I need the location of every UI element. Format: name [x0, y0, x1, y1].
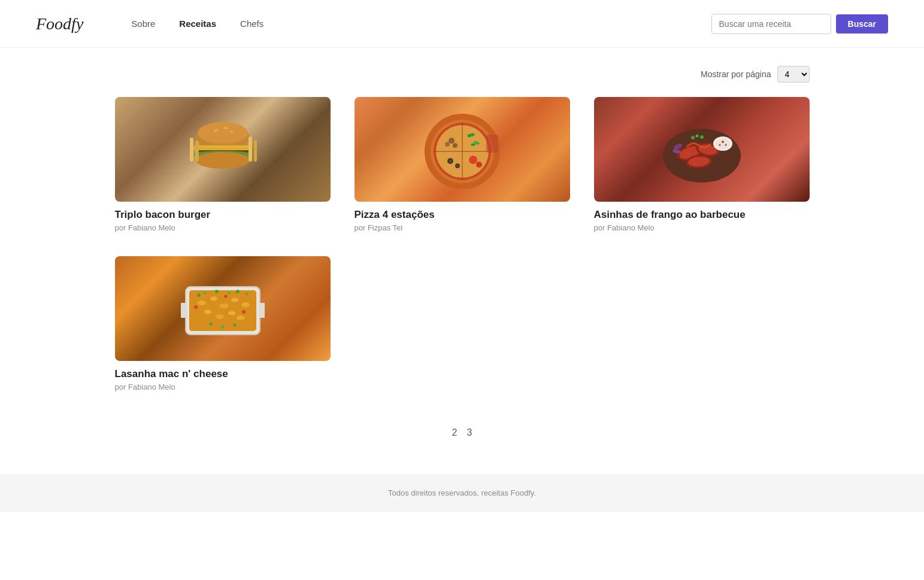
recipe-author-1: por Fizpas Tel [355, 223, 570, 232]
svg-point-48 [700, 135, 704, 139]
recipe-title-3: Lasanha mac n' cheese [115, 368, 331, 380]
svg-point-61 [204, 309, 211, 314]
recipe-image-3 [115, 256, 331, 361]
recipe-title-0: Triplo bacon burger [115, 209, 331, 221]
recipe-author-3: por Fabiano Melo [115, 382, 331, 391]
recipe-card-0[interactable]: Triplo bacon burger por Fabiano Melo [115, 97, 331, 232]
per-page-label: Mostrar por página [701, 69, 771, 79]
svg-rect-10 [195, 141, 199, 162]
svg-point-46 [691, 136, 695, 139]
svg-point-64 [237, 315, 245, 320]
svg-point-26 [449, 160, 452, 162]
recipe-card-1[interactable]: Pizza 4 estações por Fizpas Tel [355, 97, 570, 232]
per-page-control: Mostrar por página 4 8 12 [115, 66, 810, 83]
search-input[interactable] [711, 14, 831, 34]
recipe-image-2 [594, 97, 810, 202]
svg-rect-51 [181, 303, 187, 318]
svg-rect-12 [254, 140, 257, 162]
svg-point-40 [716, 138, 730, 149]
svg-point-21 [453, 143, 458, 148]
logo[interactable]: Foodfy [36, 14, 83, 34]
svg-point-65 [197, 293, 201, 297]
svg-point-75 [224, 294, 227, 297]
svg-point-47 [695, 134, 698, 137]
svg-point-29 [469, 156, 477, 164]
recipe-grid: Triplo bacon burger por Fabiano Melo [115, 97, 810, 391]
page-link-2[interactable]: 2 [452, 427, 458, 438]
svg-point-41 [722, 141, 724, 143]
svg-point-63 [228, 311, 235, 315]
nav-chefs[interactable]: Chefs [240, 19, 263, 29]
per-page-select[interactable]: 4 8 12 [777, 66, 810, 83]
svg-point-56 [198, 300, 206, 305]
recipe-title-2: Asinhas de frango ao barbecue [594, 209, 810, 221]
svg-point-62 [216, 314, 224, 319]
svg-point-8 [196, 152, 250, 169]
recipe-card-2[interactable]: Asinhas de frango ao barbecue por Fabian… [594, 97, 810, 232]
search-area: Buscar [711, 14, 888, 34]
svg-point-43 [725, 144, 726, 145]
svg-point-72 [221, 325, 225, 329]
nav-receitas[interactable]: Receitas [179, 19, 216, 29]
header: Foodfy Sobre Receitas Chefs Buscar [0, 0, 924, 48]
main-content: Mostrar por página 4 8 12 [103, 48, 822, 474]
svg-rect-11 [249, 136, 252, 162]
svg-point-73 [233, 323, 236, 326]
svg-rect-31 [486, 135, 498, 153]
search-button[interactable]: Buscar [836, 14, 888, 34]
nav: Sobre Receitas Chefs [131, 19, 711, 29]
svg-rect-9 [190, 138, 193, 162]
svg-point-20 [445, 142, 450, 147]
svg-point-28 [456, 165, 458, 166]
svg-point-19 [449, 138, 455, 144]
svg-point-66 [203, 291, 206, 294]
svg-point-68 [227, 291, 230, 294]
svg-point-30 [476, 162, 482, 168]
recipe-author-2: por Fabiano Melo [594, 223, 810, 232]
svg-rect-6 [194, 145, 252, 150]
svg-point-60 [241, 302, 250, 307]
page-link-3[interactable]: 3 [467, 427, 472, 438]
footer-text: Todos direitos reservados, receitas Food… [388, 488, 536, 497]
svg-point-67 [215, 290, 219, 293]
svg-point-59 [231, 297, 238, 302]
svg-point-57 [210, 296, 217, 300]
svg-point-70 [245, 292, 248, 295]
svg-point-58 [219, 303, 229, 308]
nav-sobre[interactable]: Sobre [131, 19, 155, 29]
svg-rect-52 [259, 303, 265, 318]
recipe-image-0 [115, 97, 331, 202]
svg-point-69 [236, 290, 240, 293]
svg-point-1 [198, 122, 248, 144]
recipe-title-1: Pizza 4 estações [355, 209, 570, 221]
svg-point-71 [209, 322, 212, 325]
recipe-card-3[interactable]: Lasanha mac n' cheese por Fabiano Melo [115, 256, 331, 391]
svg-point-74 [194, 305, 198, 309]
recipe-author-0: por Fabiano Melo [115, 223, 331, 232]
svg-point-42 [719, 144, 720, 145]
recipe-image-1 [355, 97, 570, 202]
svg-point-76 [242, 310, 246, 314]
pagination: 2 3 [115, 427, 810, 438]
footer: Todos direitos reservados, receitas Food… [0, 474, 924, 512]
